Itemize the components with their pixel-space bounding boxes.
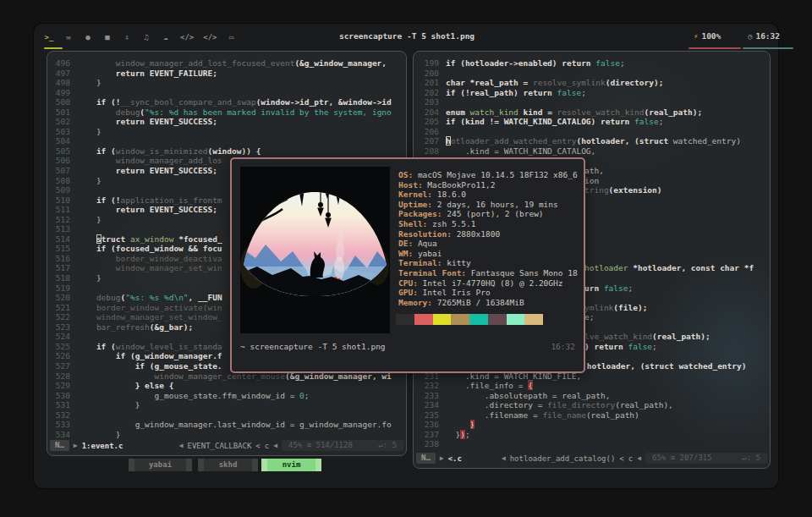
- buffer-name: 1:event.c: [82, 442, 123, 450]
- code-context: EVENT_CALLBACK: [187, 442, 251, 450]
- line-number: 234: [414, 400, 446, 410]
- system-info-line: Shell: zsh 5.5.1: [398, 219, 578, 229]
- line-number: 204: [414, 107, 446, 118]
- palette-swatch: [396, 314, 414, 325]
- line-number: 526: [47, 351, 77, 361]
- line-number: 499: [47, 88, 77, 98]
- separator-arrow-icon: ◀: [179, 442, 184, 449]
- system-info-line: Memory: 7265MiB / 16384MiB: [398, 298, 578, 308]
- code-line: 533 g_window_manager.last_window_id = g_…: [47, 420, 405, 430]
- code-line: 233 .absolutepath = real_path,: [414, 391, 769, 401]
- separator: <: [255, 442, 260, 450]
- separator-arrow-icon: ▶: [74, 442, 78, 449]
- line-number: 236: [414, 420, 446, 430]
- clock-indicator: ◷16:32: [748, 31, 790, 45]
- neofetch-popup-window[interactable]: OS: macOS Mojave 10.14.5 18F132 x86_6Hos…: [230, 157, 585, 373]
- vim-mode-badge: N…: [50, 440, 69, 451]
- separator-arrow-icon: ◀: [502, 454, 506, 462]
- line-number: 238: [414, 439, 446, 449]
- line-number: 503: [47, 127, 77, 137]
- line-number: 531: [47, 400, 77, 410]
- line-number: 500: [47, 97, 77, 107]
- system-info-line: CPU: Intel i7-4770HQ (8) @ 2.20GHz: [398, 278, 578, 289]
- line-number: 523: [47, 322, 77, 333]
- separator-arrow-icon: ▶: [440, 454, 444, 462]
- filetype: c: [628, 454, 633, 463]
- code-line: 503 }: [47, 127, 405, 137]
- line-number: 517: [47, 263, 77, 273]
- code-line: 234 .directory = file_directory(real_pat…: [414, 400, 769, 410]
- code-line: 208 .kind = WATCH_KIND_CATALOG,: [414, 146, 769, 157]
- line-number: 514: [47, 234, 77, 245]
- system-info-list: OS: macOS Mojave 10.14.5 18F132 x86_6Hos…: [398, 170, 578, 307]
- line-number: 512: [47, 215, 77, 225]
- line-number: 529: [47, 381, 77, 391]
- line-number: 519: [47, 283, 77, 294]
- palette-swatch: [451, 314, 469, 325]
- tmux-tab-nvim[interactable]: nvim: [261, 459, 321, 471]
- line-number: 506: [47, 156, 77, 166]
- code-line: 531 }: [47, 400, 405, 410]
- code-line: 207hotloader_add_watched_entry(hotloader…: [414, 136, 769, 146]
- wallpaper-image: [240, 167, 390, 333]
- system-info-line: Terminal Font: Fantasque Sans Mono 18: [398, 268, 578, 278]
- palette-swatch: [507, 314, 525, 325]
- vim-mode-badge: N…: [416, 453, 436, 464]
- line-number: 513: [47, 224, 77, 234]
- code-line: 206: [414, 127, 769, 137]
- code-line: 235 .filename = file_name(real_path): [414, 410, 769, 421]
- system-info-line: GPU: Intel Iris Pro: [398, 288, 578, 298]
- line-number: 508: [47, 176, 77, 186]
- code-line: 205if (kind != WATCH_KIND_CATALOG) retur…: [414, 117, 769, 127]
- line-number: 511: [47, 205, 77, 215]
- code-line: 534 }: [47, 430, 405, 440]
- line-number: 507: [47, 166, 77, 176]
- code-line: 199if (hotloader->enabled) return false;: [414, 58, 769, 69]
- line-number: 201: [414, 78, 446, 88]
- system-info-line: Host: MacBookPro11,2: [398, 180, 578, 190]
- line-number: 203: [414, 97, 446, 107]
- battery-bolt-icon: ⚡: [694, 32, 698, 41]
- tmux-tab-yabai[interactable]: yabai: [129, 459, 192, 471]
- statusbar-right: N… ▶ <.c ◀ hotloader_add_catalog() < c ◀…: [416, 453, 767, 465]
- palette-swatch: [524, 314, 543, 325]
- line-number: 505: [47, 146, 77, 157]
- line-number: 502: [47, 117, 77, 127]
- line-number: 237: [414, 430, 446, 440]
- line-number: 525: [47, 342, 77, 352]
- line-number: 232: [414, 381, 446, 391]
- statusline-time: 16:32: [551, 342, 575, 354]
- code-line: 202if (!real_path) return false;: [414, 88, 769, 98]
- separator-arrow-icon: ◀: [637, 454, 641, 462]
- line-number: 524: [47, 332, 77, 342]
- tmux-tab-skhd[interactable]: skhd: [198, 459, 258, 471]
- battery-percent: 100%: [701, 31, 721, 41]
- statusbar-left: N… ▶ 1:event.c ◀ EVENT_CALLBACK < c ◀ 45…: [50, 440, 403, 453]
- line-number: 205: [414, 117, 446, 127]
- top-status-bar: >_✉●■⇩♫☁</></>▭ screencapture -T 5 shot1…: [44, 29, 770, 46]
- code-line: 237 });: [414, 430, 769, 440]
- system-info-line: OS: macOS Mojave 10.14.5 18F132 x86_6: [398, 170, 578, 180]
- line-number: 521: [47, 303, 77, 313]
- code-line: 529 } else {: [47, 381, 405, 391]
- popup-statusline: ~ screencapture -T 5 shot1.png 16:32: [240, 342, 575, 354]
- code-line: 238: [414, 439, 769, 449]
- line-number: 530: [47, 391, 77, 401]
- line-number: 528: [47, 371, 77, 382]
- palette-swatch: [469, 314, 488, 325]
- separator: <: [619, 454, 623, 463]
- code-line: 500 if (!__sync_bool_compare_and_swap(wi…: [47, 97, 405, 107]
- code-line: 497 return EVENT_FAILURE;: [47, 69, 405, 79]
- scroll-position: 65% ≡ 207/315↵: 5: [645, 453, 767, 464]
- system-info-line: Resolution: 2880x1800: [398, 229, 578, 239]
- code-line: 200: [414, 69, 769, 79]
- code-context: hotloader_add_catalog(): [510, 454, 616, 463]
- line-number: 504: [47, 136, 77, 146]
- system-info-line: Terminal: kitty: [398, 258, 578, 268]
- buffer-name: <.c: [448, 454, 462, 463]
- line-number: 199: [414, 58, 446, 69]
- code-line: 236 }: [414, 420, 769, 430]
- line-number: 497: [47, 69, 77, 79]
- code-line: 204enum watch_kind kind = resolve_watch_…: [414, 107, 769, 118]
- line-number: 533: [47, 420, 77, 430]
